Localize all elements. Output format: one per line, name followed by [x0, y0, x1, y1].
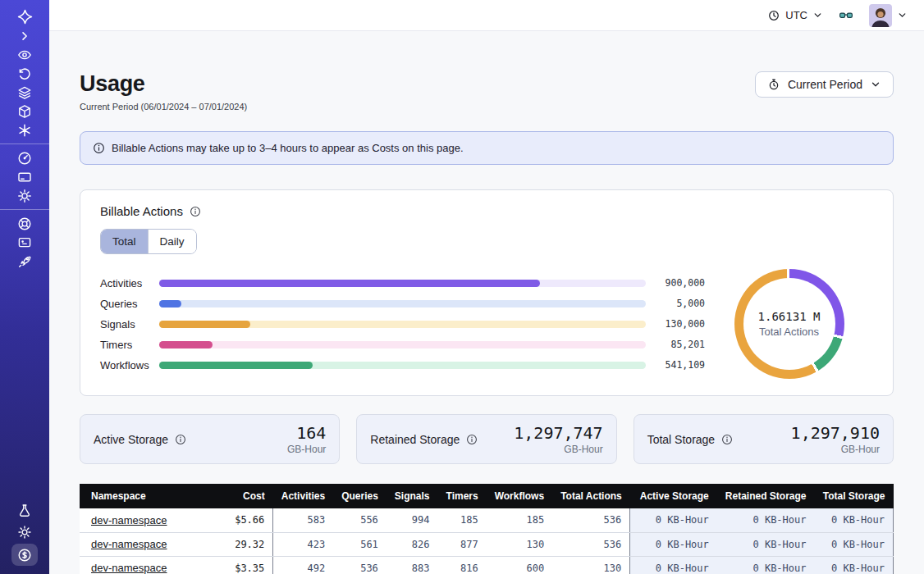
- collapse-chevron-icon[interactable]: [11, 26, 39, 45]
- info-icon[interactable]: [466, 434, 478, 445]
- banner-text: Billable Actions may take up to 3–4 hour…: [112, 142, 464, 154]
- namespace-usage-table: Namespace Cost Activities Queries Signal…: [80, 484, 894, 574]
- timezone-selector[interactable]: UTC: [767, 9, 823, 22]
- table-header-row: Namespace Cost Activities Queries Signal…: [80, 484, 894, 508]
- usage-gauge-icon[interactable]: [11, 148, 39, 167]
- bar-queries: Queries 5,000: [100, 294, 705, 314]
- active-storage-value: 164: [287, 423, 326, 443]
- usage-dollar-icon[interactable]: [11, 544, 38, 566]
- bar-workflows: Workflows 541,109: [100, 355, 705, 376]
- goggles-icon[interactable]: [838, 8, 854, 23]
- cube-icon[interactable]: [11, 102, 39, 121]
- col-namespace: Namespace: [80, 484, 198, 508]
- period-button-label: Current Period: [788, 78, 862, 91]
- billing-card-icon[interactable]: [11, 167, 39, 186]
- billable-actions-title: Billable Actions: [100, 204, 183, 218]
- main-content: Usage Current Period (06/01/2024 – 07/01…: [49, 71, 924, 574]
- total-actions-label: Total Actions: [759, 326, 819, 338]
- col-timers: Timers: [438, 484, 487, 508]
- info-icon[interactable]: [721, 434, 733, 445]
- sidebar-divider: [0, 144, 49, 144]
- total-storage-card: Total Storage 1,297,910 GB-Hour: [634, 414, 894, 464]
- user-menu[interactable]: [869, 4, 908, 27]
- bar-activities: Activities 900,000: [100, 273, 705, 294]
- feedback-monitor-icon[interactable]: [11, 233, 39, 252]
- col-total-actions: Total Actions: [552, 484, 630, 508]
- tab-daily[interactable]: Daily: [148, 230, 196, 253]
- period-selector-button[interactable]: Current Period: [755, 71, 894, 98]
- col-cost: Cost: [198, 484, 273, 508]
- avatar: [869, 4, 892, 27]
- sidebar-divider: [0, 209, 49, 210]
- table-row: dev-namespace 29.32 423 561 826 877 130 …: [80, 532, 894, 556]
- col-retained-storage: Retained Storage: [717, 484, 815, 508]
- col-active-storage: Active Storage: [630, 484, 717, 508]
- clock-icon: [767, 9, 780, 22]
- col-queries: Queries: [333, 484, 387, 508]
- bar-timers: Timers 85,201: [100, 335, 705, 355]
- asterisk-icon[interactable]: [11, 121, 39, 139]
- chevron-down-icon: [812, 10, 823, 20]
- col-activities: Activities: [273, 484, 333, 508]
- namespaces-icon[interactable]: [11, 45, 39, 64]
- timezone-label: UTC: [785, 9, 807, 21]
- tab-total[interactable]: Total: [101, 230, 148, 253]
- billable-bars-chart: Activities 900,000 Queries 5,000 Signals…: [100, 273, 705, 376]
- total-actions-value: 1.66131 M: [758, 310, 821, 323]
- theme-sun-icon[interactable]: [11, 522, 39, 541]
- chevron-down-icon: [870, 79, 881, 90]
- topbar: UTC: [49, 0, 924, 31]
- getting-started-rocket-icon[interactable]: [11, 252, 39, 271]
- info-icon[interactable]: [190, 206, 201, 217]
- col-signals: Signals: [387, 484, 438, 508]
- table-row: dev-namespace $5.66 583 556 994 185 185 …: [80, 508, 894, 532]
- namespace-link[interactable]: dev-namespace: [91, 538, 167, 550]
- history-icon[interactable]: [11, 64, 39, 83]
- namespace-link[interactable]: dev-namespace: [91, 514, 167, 526]
- labs-flask-icon[interactable]: [11, 501, 39, 520]
- info-icon[interactable]: [175, 434, 186, 445]
- donut-chart: 1.66131 M Total Actions: [734, 269, 844, 379]
- total-storage-value: 1,297,910: [791, 423, 880, 443]
- active-storage-card: Active Storage 164 GB-Hour: [80, 414, 340, 464]
- bar-signals: Signals 130,000: [100, 314, 705, 335]
- sidebar: [0, 0, 49, 574]
- col-workflows: Workflows: [487, 484, 552, 508]
- chevron-down-icon: [897, 10, 908, 20]
- temporal-logo-icon[interactable]: [11, 7, 39, 26]
- namespace-link[interactable]: dev-namespace: [91, 562, 167, 574]
- retained-storage-value: 1,297,747: [514, 423, 602, 443]
- support-lifebuoy-icon[interactable]: [11, 214, 39, 233]
- table-row: dev-namespace $3.35 492 536 883 816 600 …: [80, 556, 894, 574]
- billable-actions-card: Billable Actions Total Daily Activities …: [80, 189, 894, 396]
- layers-icon[interactable]: [11, 83, 39, 102]
- info-icon: [93, 142, 105, 154]
- view-toggle: Total Daily: [100, 229, 197, 254]
- stopwatch-icon: [767, 78, 780, 91]
- info-banner: Billable Actions may take up to 3–4 hour…: [80, 131, 894, 165]
- current-period-subtitle: Current Period (06/01/2024 – 07/01/2024): [80, 102, 247, 112]
- retained-storage-card: Retained Storage 1,297,747 GB-Hour: [356, 414, 616, 464]
- col-total-storage: Total Storage: [815, 484, 894, 508]
- settings-gear-icon[interactable]: [11, 186, 39, 205]
- page-title: Usage: [80, 71, 247, 97]
